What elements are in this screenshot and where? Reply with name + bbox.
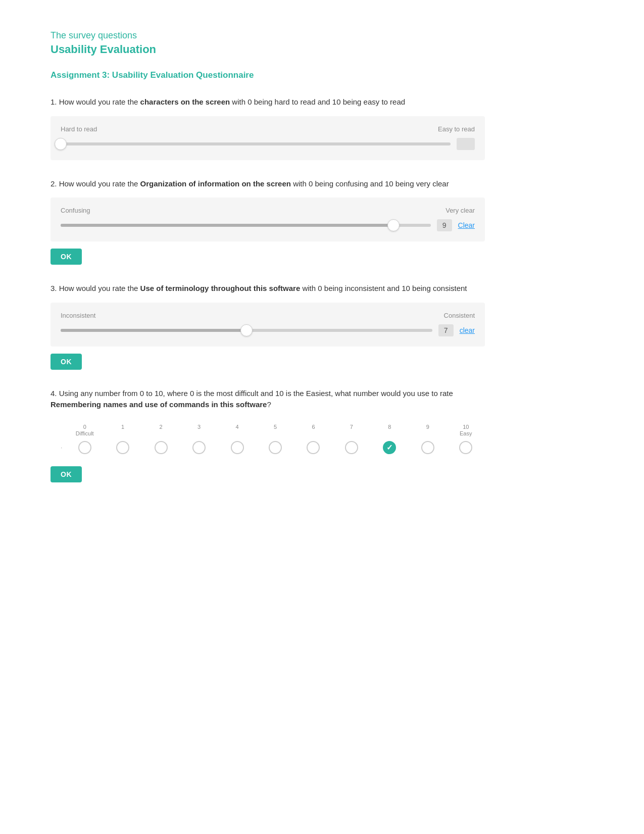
q1-text-after: with 0 being hard to read and 10 being e… — [230, 97, 405, 106]
q2-slider-wrapper[interactable] — [61, 218, 431, 232]
q3-slider-thumb[interactable] — [240, 324, 253, 336]
q4-col-header-0: 0 Difficult — [66, 424, 104, 437]
q1-left-label: Hard to read — [61, 125, 97, 133]
q4-radio-9[interactable] — [421, 441, 434, 454]
q4-col-header-3: 3 — [180, 424, 218, 437]
q4-col-header-5: 5 — [256, 424, 294, 437]
q3-right-label: Consistent — [444, 312, 475, 319]
q4-option-5[interactable] — [256, 441, 294, 454]
q2-text-after: with 0 being confusing and 10 being very… — [291, 179, 449, 188]
q4-radio-0[interactable] — [78, 441, 91, 454]
q4-option-7[interactable] — [332, 441, 370, 454]
q2-bold: Organization of information on the scree… — [140, 179, 291, 188]
q4-radio-1[interactable] — [116, 441, 129, 454]
q1-text-before: 1. How would you rate the — [51, 97, 140, 106]
q3-clear-button[interactable]: clear — [460, 326, 475, 334]
q4-radio-4[interactable] — [231, 441, 244, 454]
question-2-block: 2. How would you rate the Organization o… — [51, 178, 593, 265]
q2-slider-card: Confusing Very clear 9 Clear — [51, 198, 485, 241]
q3-text-before: 3. How would you rate the — [51, 284, 140, 292]
q4-option-3[interactable] — [180, 441, 218, 454]
q4-text-before: 4. Using any number from 0 to 10, where … — [51, 389, 453, 398]
q3-slider-labels: Inconsistent Consistent — [61, 312, 475, 319]
q3-slider-track — [61, 329, 432, 332]
q3-bold: Use of terminology throughout this softw… — [140, 284, 301, 292]
q1-slider-wrapper[interactable] — [61, 137, 451, 151]
q4-radio-8[interactable] — [383, 441, 396, 454]
q1-bold: characters on the screen — [140, 97, 230, 106]
q1-right-label: Easy to read — [438, 125, 475, 133]
q4-text-after: ? — [267, 400, 271, 409]
question-3-block: 3. How would you rate the Use of termino… — [51, 283, 593, 370]
q4-col-header-2: 2 — [142, 424, 180, 437]
q4-option-2[interactable] — [142, 441, 180, 454]
q4-option-10[interactable] — [447, 441, 485, 454]
q4-option-9[interactable] — [409, 441, 447, 454]
q3-text-after: with 0 being inconsistent and 10 being c… — [300, 284, 467, 292]
q4-col-header-4: 4 — [218, 424, 256, 437]
q1-slider-thumb[interactable] — [55, 138, 67, 150]
q4-col-header-1: 1 — [104, 424, 141, 437]
q2-slider-fill — [61, 224, 393, 227]
q4-radio-5[interactable] — [269, 441, 282, 454]
q2-slider-thumb[interactable] — [387, 219, 400, 231]
header-subtitle: The survey questions — [51, 30, 593, 41]
q4-radio-3[interactable] — [192, 441, 206, 454]
q4-radio-7[interactable] — [345, 441, 358, 454]
page-header: The survey questions Usability Evaluatio… — [51, 30, 593, 56]
q3-ok-button[interactable]: OK — [51, 354, 82, 370]
q4-option-4[interactable] — [218, 441, 256, 454]
q4-option-0[interactable] — [66, 441, 104, 454]
q4-col-header-6: 6 — [294, 424, 332, 437]
q4-radio-10[interactable] — [459, 441, 472, 454]
q4-option-1[interactable] — [104, 441, 141, 454]
q4-bold: Remembering names and use of commands in… — [51, 400, 267, 409]
q4-col-header-10: 10 Easy — [447, 424, 485, 437]
q3-slider-wrapper[interactable] — [61, 323, 432, 337]
q4-col-header-7: 7 — [332, 424, 370, 437]
question-3-text: 3. How would you rate the Use of termino… — [51, 283, 485, 295]
q2-right-label: Very clear — [445, 207, 475, 214]
question-4-text: 4. Using any number from 0 to 10, where … — [51, 388, 485, 411]
q4-col-header-8: 8 — [371, 424, 409, 437]
q4-ok-button[interactable]: OK — [51, 466, 82, 482]
question-2-text: 2. How would you rate the Organization o… — [51, 178, 485, 190]
q4-radio-headers: 0 Difficult 1 2 3 4 5 6 7 — [51, 424, 485, 437]
q3-value-box: 7 — [438, 324, 454, 336]
q4-radio-6[interactable] — [307, 441, 320, 454]
q4-radio-row: · — [51, 441, 485, 454]
q3-slider-fill — [61, 329, 246, 332]
q3-slider-row: 7 clear — [61, 323, 475, 337]
q1-value-box — [457, 138, 475, 150]
question-1-block: 1. How would you rate the characters on … — [51, 96, 593, 160]
question-4-block: 4. Using any number from 0 to 10, where … — [51, 388, 593, 482]
q3-left-label: Inconsistent — [61, 312, 95, 319]
question-1-text: 1. How would you rate the characters on … — [51, 96, 485, 108]
q2-left-label: Confusing — [61, 207, 90, 214]
q2-slider-row: 9 Clear — [61, 218, 475, 232]
q1-slider-labels: Hard to read Easy to read — [61, 125, 475, 133]
q2-ok-button[interactable]: OK — [51, 249, 82, 265]
q4-radio-grid: 0 Difficult 1 2 3 4 5 6 7 — [51, 419, 485, 459]
q2-text-before: 2. How would you rate the — [51, 179, 140, 188]
q4-row-dot: · — [61, 444, 66, 451]
q4-option-6[interactable] — [294, 441, 332, 454]
q1-slider-row — [61, 137, 475, 151]
assignment-title: Assignment 3: Usability Evaluation Quest… — [51, 70, 593, 80]
q1-slider-card: Hard to read Easy to read — [51, 116, 485, 160]
q3-slider-card: Inconsistent Consistent 7 clear — [51, 303, 485, 347]
q2-value-box: 9 — [437, 219, 452, 231]
q2-clear-button[interactable]: Clear — [458, 221, 475, 229]
q2-slider-track — [61, 224, 431, 227]
q4-col-header-9: 9 — [409, 424, 447, 437]
q2-slider-labels: Confusing Very clear — [61, 207, 475, 214]
q1-slider-track — [61, 142, 451, 145]
header-title: Usability Evaluation — [51, 43, 593, 56]
q4-option-8[interactable] — [371, 441, 409, 454]
q4-radio-2[interactable] — [155, 441, 168, 454]
